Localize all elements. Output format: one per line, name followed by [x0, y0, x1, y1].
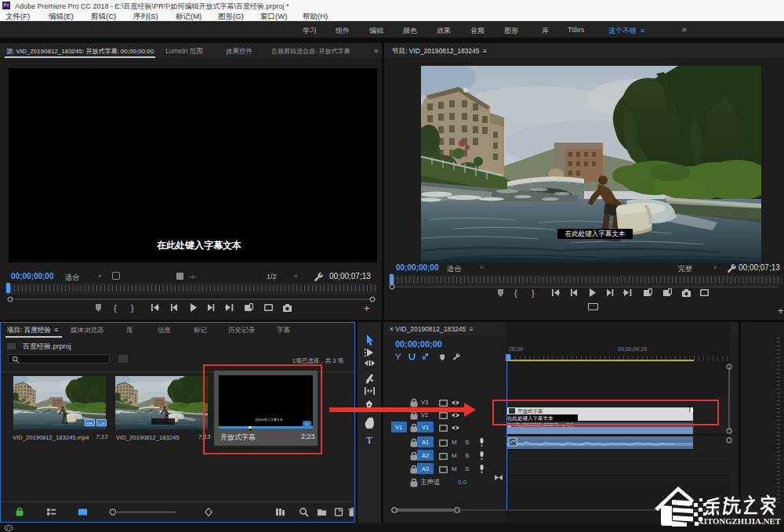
- svg-text:V1: V1: [422, 424, 429, 431]
- svg-text:{: {: [114, 303, 117, 313]
- svg-text:S: S: [465, 452, 469, 459]
- svg-text:XITONGZHIJIA.NET: XITONGZHIJIA.NET: [698, 517, 781, 526]
- svg-text:V2: V2: [421, 411, 428, 418]
- svg-text:M: M: [452, 439, 457, 446]
- svg-text:A1: A1: [422, 439, 429, 446]
- svg-text:{: {: [514, 288, 517, 298]
- svg-text:S: S: [465, 439, 469, 446]
- svg-text:}: }: [532, 288, 535, 298]
- svg-text:S: S: [465, 465, 469, 472]
- svg-text:A3: A3: [422, 465, 429, 472]
- svg-text:V3: V3: [421, 399, 428, 406]
- svg-text:}: }: [131, 303, 134, 313]
- svg-text:0.0: 0.0: [458, 479, 467, 486]
- svg-text:M: M: [452, 452, 457, 459]
- svg-text:T: T: [366, 434, 372, 446]
- svg-text:M: M: [452, 465, 457, 472]
- svg-text:主声道: 主声道: [420, 478, 441, 486]
- svg-text:A2: A2: [422, 452, 429, 459]
- svg-text:V1: V1: [395, 424, 402, 431]
